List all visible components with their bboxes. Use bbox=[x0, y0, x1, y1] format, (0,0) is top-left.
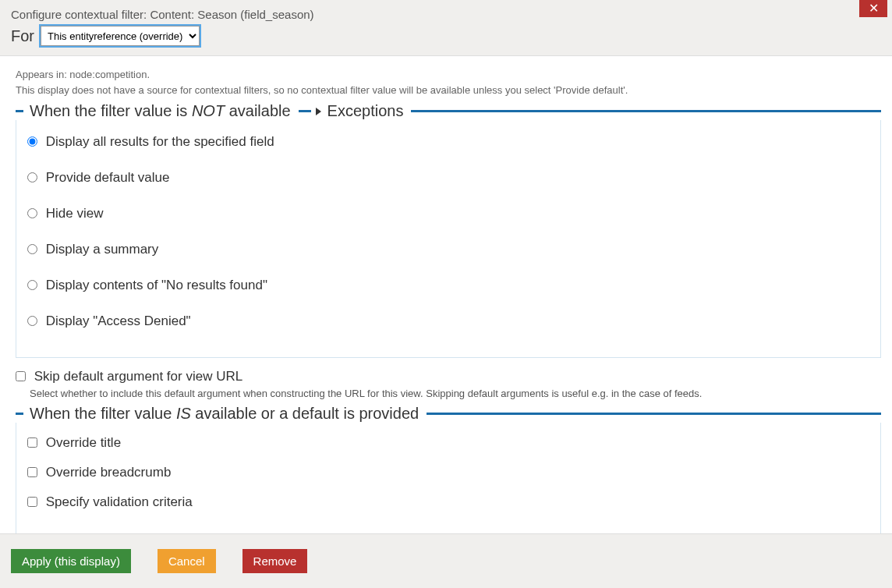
legend-line-icon bbox=[411, 110, 881, 112]
description-line-2: This display does not have a source for … bbox=[16, 84, 628, 96]
check-override-breadcrumb[interactable]: Override breadcrumb bbox=[27, 460, 869, 490]
for-select[interactable]: This entityreference (override) bbox=[41, 26, 200, 46]
cancel-button[interactable]: Cancel bbox=[158, 549, 216, 573]
checkbox-label: Specify validation criteria bbox=[46, 494, 193, 509]
close-button[interactable]: ✕ bbox=[859, 0, 887, 17]
check-validation[interactable]: Specify validation criteria bbox=[27, 490, 869, 519]
radio-input[interactable] bbox=[27, 316, 37, 326]
skip-default-help: Select whether to include this default a… bbox=[16, 386, 881, 402]
radio-hide-view[interactable]: Hide view bbox=[27, 201, 869, 237]
fieldset-is-available: When the filter value IS available or a … bbox=[16, 405, 881, 534]
fieldset-not-available: When the filter value is NOT available E… bbox=[16, 102, 881, 358]
radio-label: Display "Access Denied" bbox=[46, 313, 191, 328]
checkbox-input[interactable] bbox=[27, 437, 37, 448]
radio-label: Provide default value bbox=[46, 170, 170, 185]
dialog-header: Configure contextual filter: Content: Se… bbox=[0, 0, 892, 56]
skip-default-checkbox[interactable]: Skip default argument for view URL bbox=[16, 369, 881, 386]
radio-access-denied[interactable]: Display "Access Denied" bbox=[27, 309, 869, 335]
radio-label: Display contents of "No results found" bbox=[46, 278, 267, 292]
fieldset-is-legend: When the filter value IS available or a … bbox=[16, 405, 881, 423]
radio-label: Display a summary bbox=[46, 242, 159, 257]
checkbox-input[interactable] bbox=[27, 497, 37, 507]
for-label: For bbox=[11, 27, 34, 45]
description-text: Appears in: node:competition. This displ… bbox=[16, 56, 881, 102]
dialog: Configure contextual filter: Content: Se… bbox=[0, 0, 892, 588]
dialog-footer: Apply (this display) Cancel Remove bbox=[0, 533, 892, 588]
radio-input[interactable] bbox=[27, 280, 37, 290]
radio-input[interactable] bbox=[27, 208, 37, 218]
fieldset-is-body: Override title Override breadcrumb Speci… bbox=[16, 423, 881, 534]
radio-provide-default[interactable]: Provide default value bbox=[27, 165, 869, 201]
remove-button[interactable]: Remove bbox=[242, 549, 308, 573]
fieldset-not-body: Display all results for the specified fi… bbox=[16, 120, 881, 358]
description-line-1: Appears in: node:competition. bbox=[16, 69, 150, 80]
check-override-title[interactable]: Override title bbox=[27, 430, 869, 460]
legend-dash-icon bbox=[16, 110, 23, 112]
close-icon: ✕ bbox=[869, 2, 879, 15]
radio-input[interactable] bbox=[27, 136, 37, 147]
radio-input[interactable] bbox=[27, 172, 37, 182]
fieldset-not-title: When the filter value is NOT available bbox=[27, 102, 294, 120]
checkbox-label: Override breadcrumb bbox=[46, 465, 172, 480]
for-row: For This entityreference (override) bbox=[0, 24, 892, 46]
legend-dash-icon bbox=[299, 110, 311, 112]
apply-button[interactable]: Apply (this display) bbox=[11, 549, 131, 573]
radio-label: Display all results for the specified fi… bbox=[46, 134, 274, 149]
skip-default-block: Skip default argument for view URL Selec… bbox=[16, 361, 881, 405]
radio-display-summary[interactable]: Display a summary bbox=[27, 237, 869, 273]
fieldset-is-title: When the filter value IS available or a … bbox=[27, 405, 422, 423]
checkbox-label: Skip default argument for view URL bbox=[34, 369, 242, 384]
legend-dash-icon bbox=[16, 413, 23, 415]
fieldset-not-legend: When the filter value is NOT available E… bbox=[16, 102, 881, 120]
radio-label: Hide view bbox=[46, 206, 104, 221]
dialog-title: Configure contextual filter: Content: Se… bbox=[0, 2, 314, 24]
checkbox-input[interactable] bbox=[16, 371, 26, 381]
exceptions-toggle[interactable]: Exceptions bbox=[324, 102, 407, 120]
legend-line-icon bbox=[427, 413, 881, 415]
radio-no-results[interactable]: Display contents of "No results found" bbox=[27, 273, 869, 309]
checkbox-label: Override title bbox=[46, 435, 121, 450]
radio-display-all[interactable]: Display all results for the specified fi… bbox=[27, 129, 869, 165]
checkbox-input[interactable] bbox=[27, 467, 37, 477]
radio-input[interactable] bbox=[27, 244, 37, 254]
dialog-body[interactable]: Appears in: node:competition. This displ… bbox=[0, 56, 892, 533]
chevron-right-icon bbox=[316, 108, 321, 115]
